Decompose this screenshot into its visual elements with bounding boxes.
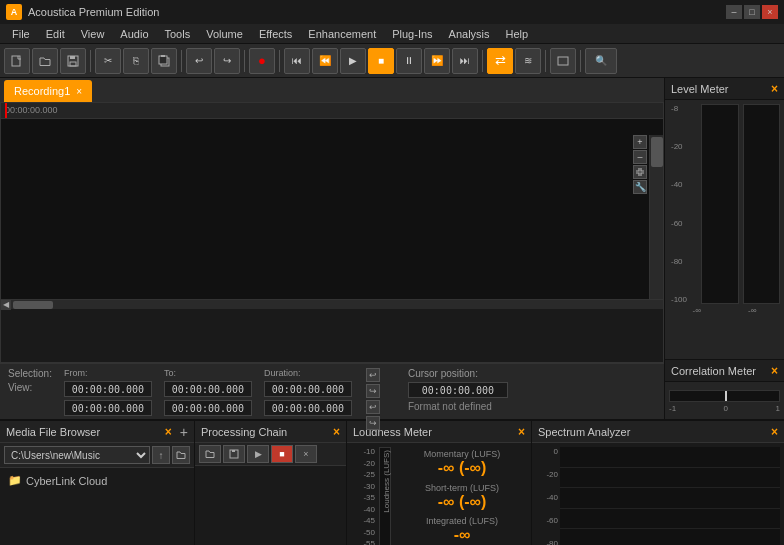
menu-edit[interactable]: Edit <box>38 24 73 44</box>
menu-file[interactable]: File <box>4 24 38 44</box>
undo-button[interactable]: ↩ <box>186 48 212 74</box>
close-button[interactable]: × <box>762 5 778 19</box>
menu-effects[interactable]: Effects <box>251 24 300 44</box>
view-duration-input[interactable] <box>264 400 352 416</box>
view-to-input[interactable] <box>164 400 252 416</box>
save-button[interactable] <box>60 48 86 74</box>
paste-button[interactable] <box>151 48 177 74</box>
drive-dropdown[interactable]: C:\Users\new\Music <box>4 446 150 464</box>
menu-audio[interactable]: Audio <box>112 24 156 44</box>
spectrum-analyzer-close[interactable]: × <box>771 425 778 439</box>
to-end-button[interactable]: ⏭ <box>452 48 478 74</box>
svg-rect-6 <box>161 55 165 57</box>
add-panel-button[interactable]: + <box>180 424 188 440</box>
zoom-fit-button[interactable] <box>633 165 647 179</box>
undo-btn-3[interactable]: ↩ <box>366 400 380 414</box>
cursor-position-input[interactable] <box>408 382 508 398</box>
level-meter-header: Level Meter × <box>665 78 784 100</box>
integrated-label: Integrated (LUFS) <box>397 516 527 526</box>
loudness-meter-title: Loudness Meter <box>353 426 432 438</box>
toolbar-sep-1 <box>90 50 91 72</box>
to-start-button[interactable]: ⏮ <box>284 48 310 74</box>
play-button[interactable]: ▶ <box>340 48 366 74</box>
view-from-input[interactable] <box>64 400 152 416</box>
spectrum-content: 0 -20 -40 -60 -80 <box>532 443 784 545</box>
file-item-cyberlink[interactable]: 📁 CyberLink Cloud <box>4 472 190 489</box>
record-button[interactable]: ● <box>249 48 275 74</box>
correlation-meter-close[interactable]: × <box>771 364 778 378</box>
new-button[interactable] <box>4 48 30 74</box>
stream-button[interactable]: ≋ <box>515 48 541 74</box>
loudness-scale: -10 -20 -25 -30 -35 -40 -45 -50 -55 <box>347 443 377 545</box>
maximize-button[interactable]: □ <box>744 5 760 19</box>
menu-volume[interactable]: Volume <box>198 24 251 44</box>
undo-btn-2[interactable]: ↪ <box>366 384 380 398</box>
zoom-in-button[interactable]: + <box>633 135 647 149</box>
scroll-left-button[interactable]: ◀ <box>1 300 11 310</box>
grid-line-3 <box>560 508 780 509</box>
menu-help[interactable]: Help <box>498 24 537 44</box>
menu-enhancement[interactable]: Enhancement <box>300 24 384 44</box>
open-button[interactable] <box>32 48 58 74</box>
waveform-area[interactable]: + – 🔧 <box>1 119 663 299</box>
processing-chain-header: Processing Chain × <box>195 421 346 443</box>
undo-btn-1[interactable]: ↩ <box>366 368 380 382</box>
misc-button[interactable] <box>550 48 576 74</box>
processing-chain-close[interactable]: × <box>333 425 340 439</box>
undo-btn-4[interactable]: ↪ <box>366 416 380 430</box>
integrated-value: -∞ <box>397 526 527 544</box>
media-browser-close[interactable]: × <box>165 425 172 439</box>
spectrum-scale: 0 -20 -40 -60 -80 <box>532 443 560 545</box>
cut-button[interactable]: ✂ <box>95 48 121 74</box>
toolbar-sep-5 <box>482 50 483 72</box>
zoom-out-button[interactable]: – <box>633 150 647 164</box>
menu-plugins[interactable]: Plug-Ins <box>384 24 440 44</box>
drive-up-button[interactable]: ↑ <box>152 446 170 464</box>
proc-save-button[interactable] <box>223 445 245 463</box>
vertical-scrollbar[interactable] <box>649 135 663 299</box>
selection-from-input[interactable] <box>64 381 152 397</box>
recording-tab[interactable]: Recording1 × <box>4 80 92 102</box>
menu-analysis[interactable]: Analysis <box>441 24 498 44</box>
svg-rect-0 <box>12 56 20 66</box>
grid-line-2 <box>560 487 780 488</box>
tab-row: Recording1 × <box>0 78 664 102</box>
media-browser-header: Media File Browser × + <box>0 421 194 443</box>
to-label: To: <box>164 368 252 378</box>
loop-button[interactable]: ⇄ <box>487 48 513 74</box>
processing-chain-title: Processing Chain <box>201 426 287 438</box>
spectrum-analyzer-header: Spectrum Analyzer × <box>532 421 784 443</box>
proc-close-button[interactable]: × <box>295 445 317 463</box>
menu-view[interactable]: View <box>73 24 113 44</box>
copy-button[interactable]: ⎘ <box>123 48 149 74</box>
momentary-label: Momentary (LUFS) <box>397 449 527 459</box>
proc-stop-button[interactable]: ■ <box>271 445 293 463</box>
horizontal-scrollbar[interactable]: ◀ <box>1 299 663 309</box>
rewind-button[interactable]: ⏪ <box>312 48 338 74</box>
search-button[interactable]: 🔍 <box>585 48 617 74</box>
loudness-bar: Loudness (LUFS) <box>379 447 391 545</box>
selection-duration-input[interactable] <box>264 381 352 397</box>
selection-to-input[interactable] <box>164 381 252 397</box>
menu-tools[interactable]: Tools <box>157 24 199 44</box>
momentary-group: Momentary (LUFS) -∞ (-∞) <box>397 449 527 477</box>
tab-close-button[interactable]: × <box>76 86 82 97</box>
redo-button[interactable]: ↪ <box>214 48 240 74</box>
pause-button[interactable]: ⏸ <box>396 48 422 74</box>
svg-rect-7 <box>558 57 568 65</box>
drive-folder-button[interactable] <box>172 446 190 464</box>
loudness-meter-close[interactable]: × <box>518 425 525 439</box>
level-meter-close[interactable]: × <box>771 82 778 96</box>
selection-label: Selection: <box>8 368 52 379</box>
proc-folder-button[interactable] <box>199 445 221 463</box>
proc-play-button[interactable]: ▶ <box>247 445 269 463</box>
minimize-button[interactable]: – <box>726 5 742 19</box>
view-label: View: <box>8 382 52 393</box>
correlation-labels: -1 0 1 <box>669 404 780 413</box>
correlation-meter-panel: Correlation Meter × -1 0 1 <box>665 359 784 419</box>
bottom-panel: Media File Browser × + C:\Users\new\Musi… <box>0 419 784 545</box>
fast-forward-button[interactable]: ⏩ <box>424 48 450 74</box>
zoom-tool-button[interactable]: 🔧 <box>633 180 647 194</box>
stop-button[interactable]: ■ <box>368 48 394 74</box>
media-file-browser: Media File Browser × + C:\Users\new\Musi… <box>0 421 195 545</box>
